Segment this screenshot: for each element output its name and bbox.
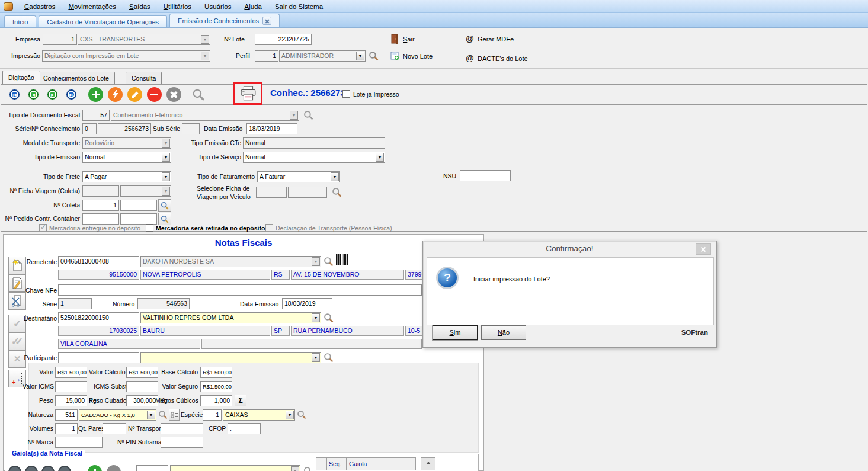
n-pin-suframa-field[interactable] [161,437,203,448]
sub-serie-field [182,123,200,134]
search-icon[interactable] [324,313,334,323]
n-transporte-field[interactable] [161,423,203,434]
post-lightning-button[interactable] [108,87,123,102]
dactes-do-lote-button[interactable]: DACTE's do Lote [478,55,528,62]
peso-field[interactable]: 15,000 [55,395,87,406]
menu-movimentacoes[interactable]: Movimentações [62,3,123,10]
search-icon[interactable] [303,466,313,471]
search-icon[interactable] [158,410,168,419]
volumes-field[interactable]: 1 [55,423,78,434]
sair-button[interactable]: Sair [403,36,415,43]
tipo-frete-combo[interactable]: A Pagar▼ [82,171,171,182]
nsu-field[interactable] [460,170,511,181]
valor-seguro-field[interactable]: R$1.500,00 [200,381,232,392]
nf-remove-button[interactable] [8,292,26,310]
especie-code-field[interactable]: 1 [203,409,222,421]
nf-edit-button[interactable] [8,274,26,292]
gaiola-code-field[interactable] [136,465,168,471]
novo-lote-button[interactable]: Novo Lote [403,53,433,60]
barcode-icon[interactable] [336,254,349,268]
tipo-emissao-combo[interactable]: Normal▼ [82,152,171,163]
delete-minus-button[interactable] [147,87,162,102]
n-marca-field[interactable] [55,437,103,448]
lote-field[interactable]: 223207725 [255,34,312,45]
dialog-no-button[interactable]: Não [481,325,526,340]
nf-numero-field: 546563 [137,298,190,309]
search-icon[interactable] [332,187,342,197]
search-icon[interactable] [369,51,379,61]
remetente-cnpj-field[interactable]: 00465813000408 [58,256,139,267]
destinatario-combo[interactable]: VALTINHO REPRES COM LTDA▼ [140,312,321,323]
destinatario-cnpj-field[interactable]: 52501822000150 [58,312,139,323]
natureza-list-button[interactable] [169,409,180,421]
tab-cadastro-vinculacao[interactable]: Cadastro de Vinculação de Operações [39,15,167,27]
valor-calculo-label: Valor Cálculo [89,369,124,376]
coleta-num-field[interactable]: 1 [82,200,119,211]
edit-pencil-button[interactable] [127,87,142,102]
cut-document-icon [12,295,23,307]
sum-sigma-button[interactable]: Σ [235,395,246,406]
menu-saidas[interactable]: Saídas [123,3,157,10]
pedido-search-button[interactable] [158,213,171,225]
cfop-field[interactable]: . [228,423,261,434]
perfil-combo[interactable]: ADMINISTRADOR▼ [279,50,366,62]
pedido-field-1[interactable] [82,213,119,225]
qt-pares-field[interactable] [103,423,126,434]
gaiola-grid-scroll-up[interactable] [421,457,435,470]
natureza-code-field[interactable]: 511 [55,409,78,421]
search-icon[interactable] [303,110,313,120]
valor-icms-field[interactable] [55,381,87,392]
tab-inicio[interactable]: Início [4,15,36,27]
nav-prev-button[interactable]: ◀ [28,89,39,100]
search-icon[interactable] [192,88,205,101]
tipo-servico-combo[interactable]: Normal▼ [243,152,385,163]
nav-next-button[interactable]: ▶ [47,89,57,100]
metros-cubicos-field[interactable]: 1,000 [200,395,232,406]
gaiola-combo[interactable]: ▼ [170,465,300,471]
tab-emissao-conhecimentos[interactable]: Emissão de Conhecimentos [169,14,280,27]
tipo-faturamento-combo[interactable]: A Faturar▼ [257,171,340,182]
dialog-close-icon[interactable] [696,243,711,255]
tab-digitacao[interactable]: Digitação [2,71,40,84]
valor-field[interactable]: R$1.500,00 [55,367,87,378]
valor-calculo-field[interactable]: R$1.500,00 [126,367,158,378]
tab-consulta[interactable]: Consulta [126,72,162,84]
data-emissao-field[interactable]: 18/03/2019 [246,123,297,134]
menu-usuarios[interactable]: Usuários [198,3,238,10]
nf-data-field[interactable]: 18/03/2019 [282,298,332,309]
modal-label: Modal de Transporte [5,139,80,146]
mercadoria-retirada-checkbox[interactable] [146,224,153,232]
lote-ja-impresso-checkbox[interactable] [342,90,350,98]
peso-cubado-field[interactable]: 300,000 [126,395,158,406]
participante-code-field[interactable] [58,352,139,363]
coleta-search-button[interactable] [158,199,171,212]
pedido-field-2[interactable] [120,213,157,225]
natureza-combo[interactable]: CALCADO - Kg X 1,8▼ [79,409,156,421]
tab-conhecimentos-do-lote[interactable]: Conhecimentos do Lote [37,72,115,84]
menu-cadastros[interactable]: Cadastros [18,3,62,10]
menu-ajuda[interactable]: Ajuda [238,3,268,10]
chave-nfe-field[interactable] [58,284,422,296]
search-icon[interactable] [324,257,334,267]
nav-first-button[interactable]: |◀ [9,89,20,100]
gerar-mdfe-button[interactable]: Gerar MDFe [478,36,514,43]
base-calculo-field[interactable]: R$1.500,00 [200,367,232,378]
check-icon: ✓ [13,318,21,330]
dialog-yes-button[interactable]: Sim [433,325,478,340]
coleta-field-2[interactable] [120,200,157,211]
search-icon[interactable] [297,410,306,419]
close-icon[interactable] [262,17,271,25]
nf-new-button[interactable] [8,257,26,274]
add-button[interactable] [88,87,103,102]
menu-utilitarios[interactable]: Utilitários [157,3,198,10]
menu-sair-do-sistema[interactable]: Sair do Sistema [268,3,329,10]
remetente-cidade-field: NOVA PETROPOLIS [140,270,270,280]
printer-icon[interactable] [240,86,257,101]
search-icon[interactable] [324,353,334,363]
icms-subst-field[interactable] [126,381,158,392]
especie-combo[interactable]: CAIXAS▼ [223,409,295,421]
dropdown-arrow-icon: ▼ [162,139,170,148]
cancel-x-button[interactable] [166,87,181,102]
participante-combo[interactable]: ▼ [140,352,321,363]
nav-last-button[interactable]: ▶| [66,89,76,100]
